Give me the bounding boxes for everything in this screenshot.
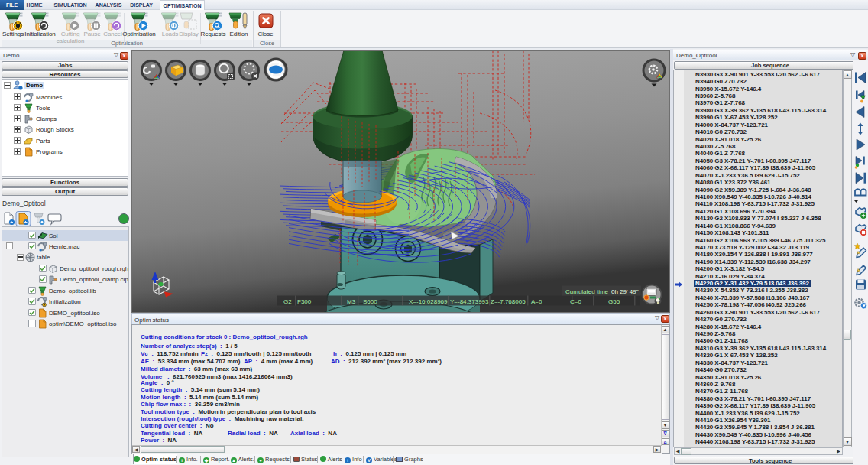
svg-text:G2: G2 — [283, 298, 292, 305]
svg-text:S600: S600 — [363, 298, 377, 305]
svg-text:Z=-7.768005: Z=-7.768005 — [491, 298, 526, 305]
svg-text:A=0: A=0 — [531, 298, 542, 305]
svg-text:0h 29' 49": 0h 29' 49" — [611, 288, 639, 295]
svg-text:C=0: C=0 — [570, 298, 581, 305]
svg-text:G55: G55 — [608, 298, 620, 305]
svg-text:Cumulated time: Cumulated time — [565, 288, 609, 295]
svg-text:M3: M3 — [347, 298, 356, 305]
svg-text:Y=-84.373993: Y=-84.373993 — [450, 298, 489, 305]
svg-text:X=-16.028969: X=-16.028969 — [409, 298, 448, 305]
svg-text:F300: F300 — [297, 298, 312, 305]
